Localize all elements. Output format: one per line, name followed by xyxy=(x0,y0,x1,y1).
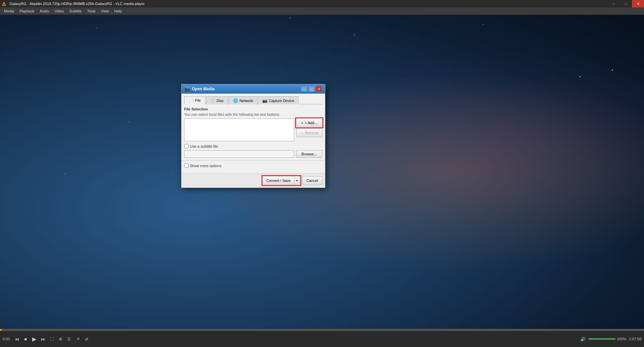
svg-rect-1 xyxy=(3,4,5,5)
open-media-dialog: 🎬 Open Media ─ □ ✕ 📄 File 💿 Disc xyxy=(181,84,325,188)
subtitle-checkbox-label[interactable]: Use a subtitle file xyxy=(184,144,218,148)
play-button[interactable]: ▶ xyxy=(30,335,38,343)
volume-fill xyxy=(589,338,615,340)
browse-label: Browse... xyxy=(302,152,317,156)
remove-label: — Remove xyxy=(300,131,318,135)
subtitle-input[interactable] xyxy=(184,150,294,158)
convert-save-button-group: Convert / Save ▾ xyxy=(263,176,300,185)
convert-save-main-button[interactable]: Convert / Save xyxy=(263,176,294,185)
restore-button[interactable]: □ xyxy=(620,0,632,7)
dialog-minimize-btn[interactable]: ─ xyxy=(301,86,308,92)
dialog-vlc-icon: 🎬 xyxy=(184,86,190,92)
tab-network-label: Network xyxy=(239,99,253,103)
tab-capture-label: Capture Device xyxy=(269,99,294,103)
time-elapsed: 0:03 xyxy=(3,337,10,341)
fullscreen-button[interactable]: ⛶ xyxy=(48,335,56,343)
extended-button[interactable]: ⊞ xyxy=(56,335,64,343)
random-button[interactable]: ⇄ xyxy=(83,335,91,343)
remove-button[interactable]: — Remove xyxy=(296,129,322,137)
dialog-footer: Convert / Save ▾ Cancel xyxy=(181,173,325,188)
window-controls: ─ □ ✕ xyxy=(608,0,644,7)
subtitle-row: Use a subtitle file xyxy=(184,144,322,148)
bottom-bar: 0:03 ⏮ ■ ▶ ⏭ ⛶ ⊞ ☰ ↺ ⇄ 🔊 100% 2:07:58 xyxy=(0,329,644,347)
volume-icon[interactable]: 🔊 xyxy=(579,335,587,343)
add-label: + Add... xyxy=(305,121,317,125)
convert-arrow-icon: ▾ xyxy=(296,179,298,182)
dialog-window-controls: ─ □ ✕ xyxy=(301,86,322,92)
next-button[interactable]: ⏭ xyxy=(39,335,47,343)
tabs-container: 📄 File 💿 Disc 🌐 Network 📷 Capture Device xyxy=(184,96,322,104)
tab-disc[interactable]: 💿 Disc xyxy=(206,96,228,104)
file-buttons: + + Add... — Remove xyxy=(296,118,322,141)
convert-save-label: Convert / Save xyxy=(266,179,291,183)
tab-file-label: File xyxy=(195,98,201,102)
subtitle-checkbox[interactable] xyxy=(184,144,189,148)
time-remaining: 2:07:58 xyxy=(629,337,641,341)
cancel-label: Cancel xyxy=(307,179,318,183)
options-area: Show more options xyxy=(181,160,325,170)
minimize-button[interactable]: ─ xyxy=(608,0,620,7)
subtitle-label-text: Use a subtitle file xyxy=(190,144,218,148)
tab-capture[interactable]: 📷 Capture Device xyxy=(258,96,299,104)
subtitle-input-row: Browse... xyxy=(184,150,322,158)
controls-row: 0:03 ⏮ ■ ▶ ⏭ ⛶ ⊞ ☰ ↺ ⇄ 🔊 100% 2:07:58 xyxy=(0,331,644,347)
add-icon: + xyxy=(301,121,303,125)
svg-rect-2 xyxy=(3,5,5,5)
show-more-options-checkbox[interactable] xyxy=(184,163,189,168)
section-description: You can select local files with the foll… xyxy=(184,112,322,116)
browse-button[interactable]: Browse... xyxy=(296,150,322,158)
window-title: GalaxyRG - Aladdin.2019.720p.HDRip.900MB… xyxy=(8,2,608,6)
network-tab-icon: 🌐 xyxy=(233,98,238,103)
dialog-title: Open Media xyxy=(192,87,301,91)
convert-save-dropdown-button[interactable]: ▾ xyxy=(294,176,300,185)
file-tab-icon: 📄 xyxy=(189,98,194,103)
app-icon xyxy=(1,1,7,6)
tab-network[interactable]: 🌐 Network xyxy=(229,96,257,104)
volume-area: 🔊 100% xyxy=(579,335,626,343)
capture-tab-icon: 📷 xyxy=(262,98,267,103)
title-bar: GalaxyRG - Aladdin.2019.720p.HDRip.900MB… xyxy=(0,0,644,7)
dialog-body: 📄 File 💿 Disc 🌐 Network 📷 Capture Device… xyxy=(181,94,325,173)
tab-disc-label: Disc xyxy=(217,99,224,103)
close-button[interactable]: ✕ xyxy=(632,0,644,7)
dialog-close-btn[interactable]: ✕ xyxy=(316,86,322,92)
dialog-title-bar: 🎬 Open Media ─ □ ✕ xyxy=(181,84,325,94)
playlist-button[interactable]: ☰ xyxy=(65,335,73,343)
dialog-restore-btn[interactable]: □ xyxy=(308,86,315,92)
loop-button[interactable]: ↺ xyxy=(74,335,82,343)
section-title: File Selection xyxy=(184,107,322,111)
add-button[interactable]: + + Add... xyxy=(296,118,322,127)
convert-save-wrapper: Convert / Save ▾ xyxy=(263,176,300,185)
stop-button[interactable]: ■ xyxy=(21,335,30,343)
disc-tab-icon: 💿 xyxy=(210,98,215,103)
volume-level: 100% xyxy=(617,337,626,341)
cancel-button[interactable]: Cancel xyxy=(302,176,322,185)
prev-button[interactable]: ⏮ xyxy=(13,335,21,343)
show-more-label-text: Show more options xyxy=(190,164,221,168)
file-list[interactable] xyxy=(184,118,294,141)
show-more-options-label[interactable]: Show more options xyxy=(184,163,221,168)
tab-file[interactable]: 📄 File xyxy=(184,96,205,104)
volume-bar[interactable] xyxy=(589,338,615,340)
file-area: + + Add... — Remove xyxy=(184,118,322,141)
dialog-overlay: 🎬 Open Media ─ □ ✕ 📄 File 💿 Disc xyxy=(0,7,644,329)
